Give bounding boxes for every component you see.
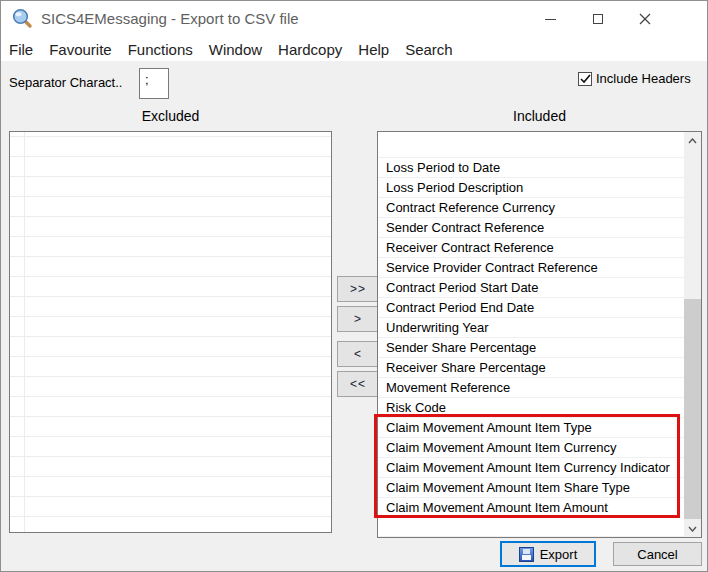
magnifier-app-icon [11,8,33,30]
included-panel-title: Included [377,108,702,124]
title-bar: SICS4EMessaging - Export to CSV file [1,1,707,37]
separator-character-label: Separator Charact.. [9,75,122,90]
excluded-list[interactable] [9,131,332,533]
list-item[interactable]: Claim Movement Amount Item Currency [378,437,684,457]
menu-item[interactable]: File [9,41,33,58]
caption-buttons [527,1,668,37]
list-item[interactable]: Contract Period End Date [378,297,684,317]
list-item[interactable]: Contract Period Start Date [378,277,684,297]
list-item[interactable]: Claim Movement Amount Item Share Type [378,477,684,497]
excluded-panel-title: Excluded [9,108,332,124]
scrollbar-track[interactable] [684,149,701,520]
transfer-button[interactable]: >> [337,276,379,302]
checkbox-checked-icon [578,72,592,86]
menu-item[interactable]: Help [358,41,389,58]
included-list: Loss Period to Date Loss Period Descript… [378,132,684,537]
minimize-icon [545,19,556,20]
menu-item[interactable]: Hardcopy [278,41,342,58]
list-item[interactable]: Receiver Share Percentage [378,357,684,377]
separator-character-input[interactable] [139,68,169,99]
save-icon [519,547,534,562]
list-item[interactable]: Contract Reference Currency [378,197,684,217]
list-item[interactable]: Claim Movement Amount Item Currency Indi… [378,457,684,477]
chevron-up-icon [688,138,697,144]
list-item[interactable]: Receiver Contract Reference [378,237,684,257]
menu-item[interactable]: Search [405,41,453,58]
list-item[interactable]: Sender Contract Reference [378,217,684,237]
cancel-button-label: Cancel [637,547,677,562]
list-item[interactable]: Underwriting Year [378,317,684,337]
cancel-button[interactable]: Cancel [613,542,702,566]
included-list-box: Loss Period to Date Loss Period Descript… [377,131,702,538]
minimize-button[interactable] [527,1,574,37]
transfer-button[interactable]: < [337,341,379,367]
vertical-scrollbar[interactable] [684,132,701,537]
scrollbar-thumb[interactable] [684,299,701,519]
list-item[interactable]: Claim Movement Amount Item Amount [378,497,684,517]
list-item[interactable]: Claim Movement Amount Item Type [378,417,684,437]
transfer-button[interactable]: > [337,306,379,332]
export-dialog: SICS4EMessaging - Export to CSV file Fil… [0,0,708,572]
list-item[interactable]: Loss Period Description [378,177,684,197]
transfer-buttons: >> > < << [337,276,379,397]
close-button[interactable] [621,1,668,37]
chevron-down-icon [688,526,697,532]
list-item[interactable]: Loss Period to Date [378,157,684,177]
empty-rows-filler [378,517,684,537]
included-rows: Loss Period to Date Loss Period Descript… [378,157,684,517]
export-button[interactable]: Export [500,541,596,567]
menu-item[interactable]: Functions [128,41,193,58]
maximize-icon [593,14,603,24]
list-item[interactable]: Risk Code [378,397,684,417]
window-title: SICS4EMessaging - Export to CSV file [41,10,299,27]
menu-item[interactable]: Favourite [49,41,112,58]
export-button-label: Export [540,547,578,562]
close-icon [639,13,651,25]
list-item[interactable]: Service Provider Contract Reference [378,257,684,277]
include-headers-label: Include Headers [596,71,691,86]
scroll-up-button[interactable] [684,132,701,149]
list-item[interactable]: Sender Share Percentage [378,337,684,357]
transfer-button[interactable]: << [337,371,379,397]
maximize-button[interactable] [574,1,621,37]
list-item[interactable]: Movement Reference [378,377,684,397]
scroll-down-button[interactable] [684,520,701,537]
include-headers-checkbox[interactable]: Include Headers [578,71,691,86]
menu-item[interactable]: Window [209,41,262,58]
menu-bar: File Favourite Functions Window Hardcopy… [1,37,707,61]
